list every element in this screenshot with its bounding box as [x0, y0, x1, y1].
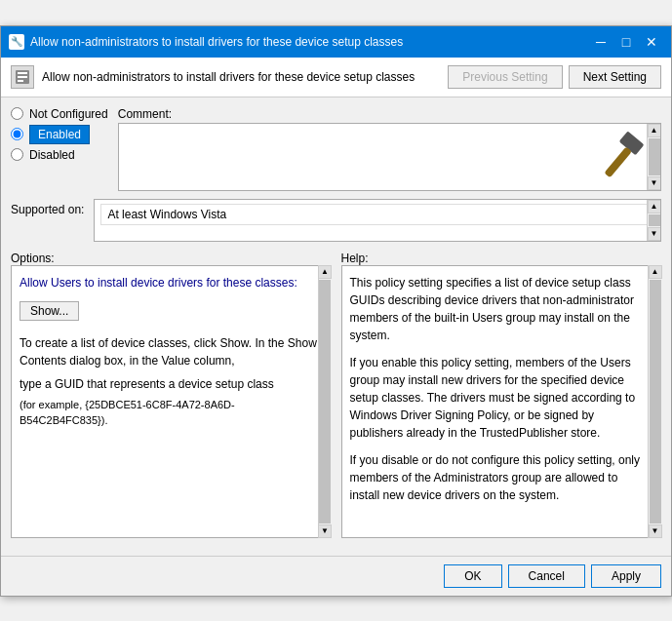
options-scrollbar[interactable]: ▲ ▼: [318, 265, 332, 538]
help-para1: This policy setting specifies a list of …: [350, 274, 644, 344]
supported-text: At least Windows Vista: [107, 208, 226, 221]
title-bar: 🔧 Allow non-administrators to install dr…: [1, 26, 671, 58]
disabled-label: Disabled: [29, 148, 75, 162]
header-buttons: Previous Setting Next Setting: [448, 65, 661, 89]
options-help-panels: Allow Users to install device drivers fo…: [11, 265, 661, 538]
help-para2: If you enable this policy setting, membe…: [350, 354, 644, 442]
options-description: Allow Users to install device drivers fo…: [20, 274, 323, 291]
help-para3: If you disable or do not configure this …: [350, 451, 644, 504]
options-scroll-down[interactable]: ▼: [318, 524, 332, 538]
title-bar-left: 🔧 Allow non-administrators to install dr…: [9, 34, 403, 50]
maximize-button[interactable]: □: [614, 32, 638, 52]
help-panel-wrapper: This policy setting specifies a list of …: [341, 265, 662, 538]
minimize-button[interactable]: ─: [589, 32, 613, 52]
header-title: Allow non-administrators to install driv…: [42, 70, 440, 84]
supported-box: At least Windows Vista ▲ ▼: [94, 199, 661, 242]
disabled-radio[interactable]: [11, 148, 23, 161]
disabled-option[interactable]: Disabled: [11, 148, 108, 162]
options-detail1: To create a list of device classes, clic…: [20, 334, 323, 369]
supported-scrollbar[interactable]: ▲ ▼: [647, 200, 660, 241]
supported-scroll-up[interactable]: ▲: [648, 200, 661, 213]
svg-rect-3: [18, 80, 23, 82]
supported-inner: At least Windows Vista: [100, 204, 654, 225]
prev-setting-button[interactable]: Previous Setting: [448, 65, 562, 89]
options-panel-wrapper: Allow Users to install device drivers fo…: [11, 265, 332, 538]
svg-rect-1: [18, 72, 27, 74]
hammer-icon: [593, 128, 642, 181]
top-section: Not Configured Enabled Disabled Comment:: [11, 107, 661, 191]
bottom-bar: OK Cancel Apply: [1, 556, 671, 596]
window-icon: 🔧: [9, 34, 24, 50]
help-panel: This policy setting specifies a list of …: [341, 265, 662, 538]
not-configured-label: Not Configured: [29, 107, 108, 121]
options-scroll-thumb[interactable]: [319, 280, 331, 524]
apply-button[interactable]: Apply: [591, 564, 661, 588]
comment-textarea-wrapper: ▲ ▼: [118, 123, 661, 191]
cancel-button[interactable]: Cancel: [508, 564, 585, 588]
header-bar: Allow non-administrators to install driv…: [1, 58, 671, 97]
supported-label: Supported on:: [11, 199, 84, 216]
window-title: Allow non-administrators to install driv…: [30, 35, 403, 49]
options-detail3: (for example, {25DBCE51-6C8F-4A72-8A6D-B…: [20, 397, 323, 429]
enabled-label: Enabled: [29, 125, 90, 144]
radio-group: Not Configured Enabled Disabled: [11, 107, 108, 191]
options-scroll-up[interactable]: ▲: [318, 265, 332, 279]
supported-section: Supported on: At least Windows Vista ▲ ▼: [11, 199, 661, 242]
svg-rect-5: [604, 146, 632, 177]
svg-rect-2: [18, 76, 27, 78]
main-window: 🔧 Allow non-administrators to install dr…: [0, 25, 672, 597]
help-scroll-down[interactable]: ▼: [649, 524, 662, 538]
help-scroll-up[interactable]: ▲: [649, 265, 662, 279]
title-controls: ─ □ ✕: [589, 32, 663, 52]
options-panel: Allow Users to install device drivers fo…: [11, 265, 332, 538]
help-scrollbar[interactable]: ▲ ▼: [648, 265, 661, 538]
help-header: Help:: [341, 252, 662, 265]
show-button[interactable]: Show...: [20, 301, 79, 321]
comment-wrapper: ▲ ▼: [118, 123, 661, 191]
options-detail2: type a GUID that represents a device set…: [20, 375, 323, 393]
options-label: Options:: [11, 252, 55, 265]
comment-input[interactable]: [119, 124, 647, 190]
supported-value: At least Windows Vista: [95, 200, 660, 229]
comment-label: Comment:: [118, 107, 661, 121]
enabled-radio[interactable]: [11, 128, 23, 140]
help-scroll-thumb[interactable]: [650, 280, 661, 524]
main-content: Not Configured Enabled Disabled Comment:: [1, 97, 671, 556]
help-label: Help:: [341, 252, 369, 265]
close-button[interactable]: ✕: [640, 32, 663, 52]
ok-button[interactable]: OK: [444, 564, 501, 588]
supported-wrapper: At least Windows Vista ▲ ▼: [94, 199, 661, 242]
supported-scroll-down[interactable]: ▼: [648, 227, 661, 241]
comment-section: Comment: ▲ ▼: [118, 107, 661, 191]
next-setting-button[interactable]: Next Setting: [569, 65, 661, 89]
options-header: Options:: [11, 252, 332, 265]
supported-scroll-thumb[interactable]: [649, 214, 660, 226]
policy-icon: [11, 65, 34, 89]
enabled-option[interactable]: Enabled: [11, 125, 108, 144]
options-help-headers: Options: Help:: [11, 252, 661, 265]
not-configured-radio[interactable]: [11, 107, 23, 120]
not-configured-option[interactable]: Not Configured: [11, 107, 108, 121]
